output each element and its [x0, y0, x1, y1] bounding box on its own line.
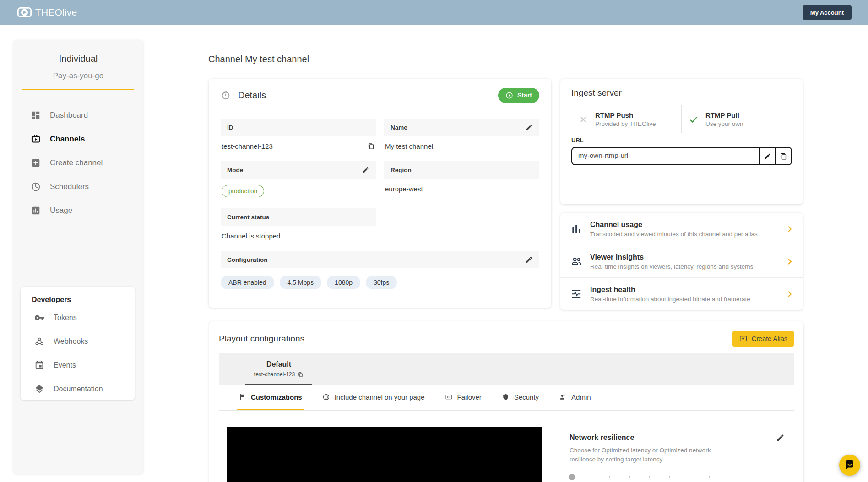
config-tag: 30fps: [366, 276, 397, 289]
playout-config-tab-default[interactable]: Default test-channel-123: [235, 353, 322, 385]
calendar-icon: [34, 360, 44, 370]
sidebar-item-create-channel[interactable]: Create channel: [13, 151, 143, 175]
sidebar-item-dashboard[interactable]: Dashboard: [13, 103, 143, 127]
failover-icon: [445, 393, 453, 401]
pulse-icon: [570, 288, 583, 300]
sidebar-nav: Dashboard Channels Create channel Schedu…: [13, 103, 143, 222]
pencil-icon: [764, 153, 771, 160]
channel-usage-link[interactable]: Channel usage Transcoded and viewed minu…: [560, 213, 803, 245]
dashboard-icon: [31, 110, 41, 120]
playout-configurations-card: Playout configurations Create Alias Defa…: [209, 321, 803, 482]
plan-divider: [22, 89, 134, 90]
tab-include-channel[interactable]: Include channel on your page: [321, 385, 426, 410]
field-name: Name My test channel: [384, 119, 539, 150]
playout-config-strip: Default test-channel-123: [219, 353, 794, 385]
page-title: Channel My test channel: [208, 54, 309, 65]
developers-card: Developers Tokens Webhooks Events Docume…: [21, 287, 135, 400]
video-player[interactable]: [227, 427, 542, 482]
plan-type: Pay-as-you-go: [13, 71, 143, 81]
channel-id-value: test-channel-123: [222, 142, 273, 150]
add-box-icon: [31, 158, 41, 168]
chevron-right-icon: [785, 225, 794, 233]
copy-id-button[interactable]: [367, 142, 375, 150]
viewer-insights-link[interactable]: Viewer insights Real-time insights on vi…: [560, 245, 803, 277]
edit-name-button[interactable]: [525, 124, 533, 131]
config-tag: ABR enabled: [221, 276, 274, 289]
field-region-spacer: [384, 208, 539, 240]
config-tag: 1080p: [327, 276, 360, 289]
field-configuration: Configuration ABR enabled 4.5 Mbps 1080p…: [221, 251, 539, 289]
copy-url-button[interactable]: [775, 148, 791, 164]
people-icon: [570, 255, 583, 267]
tab-customizations[interactable]: Customizations: [237, 385, 304, 410]
network-resilience-title: Network resilience: [570, 433, 634, 442]
sidebar-item-schedulers[interactable]: Schedulers: [13, 175, 143, 199]
pencil-icon: [362, 166, 369, 174]
network-resilience-description: Choose for Optimized latency or Optimize…: [570, 446, 721, 465]
field-mode: Mode production: [221, 161, 376, 197]
flag-icon: [239, 393, 246, 401]
edit-network-resilience-button[interactable]: [776, 433, 785, 442]
pencil-icon: [525, 256, 533, 264]
my-account-button[interactable]: My Account: [803, 5, 852, 20]
chevron-right-icon: [785, 257, 794, 266]
ingest-health-link[interactable]: Ingest health Real-time information abou…: [560, 277, 803, 310]
usage-chart-icon: [31, 206, 41, 216]
rtmp-url-field[interactable]: my-own-rtmp-url: [571, 147, 792, 165]
globe-icon: [322, 393, 330, 401]
ingest-title: Ingest server: [571, 88, 792, 98]
brand-name: THEOlive: [35, 7, 77, 18]
copy-icon: [780, 153, 787, 160]
admin-person-icon: [559, 393, 567, 401]
check-mark-icon: [682, 114, 705, 125]
pencil-icon: [776, 433, 785, 442]
theolive-logo-icon: [17, 7, 32, 17]
rtmp-url-value[interactable]: my-own-rtmp-url: [572, 148, 759, 164]
ingest-divider: [571, 104, 792, 104]
details-title: Details: [238, 90, 266, 101]
sidebar-item-usage[interactable]: Usage: [13, 199, 143, 222]
ingest-server-card: Ingest server RTMP Push Provided by THEO…: [560, 79, 803, 204]
field-region: Region europe-west: [384, 161, 539, 197]
chat-bubble-icon: [844, 460, 855, 471]
title-divider: [208, 71, 803, 71]
plan-name: Individual: [13, 54, 143, 64]
tab-admin[interactable]: Admin: [558, 385, 592, 410]
playout-tabs: Customizations Include channel on your p…: [219, 385, 794, 411]
create-alias-button[interactable]: Create Alias: [732, 331, 794, 347]
clock-icon: [31, 182, 41, 192]
rtmp-push-option[interactable]: RTMP Push Provided by THEOlive: [571, 105, 682, 133]
insight-links-card: Channel usage Transcoded and viewed minu…: [560, 213, 803, 310]
bar-chart-icon: [570, 223, 583, 235]
webhook-icon: [34, 336, 44, 347]
copy-icon: [367, 142, 375, 150]
sidebar-item-documentation[interactable]: Documentation: [21, 377, 135, 401]
topbar: THEOlive My Account: [0, 0, 868, 25]
tab-failover[interactable]: Failover: [444, 385, 483, 410]
add-to-queue-icon: [739, 335, 748, 343]
sidebar-item-webhooks[interactable]: Webhooks: [21, 330, 135, 353]
field-current-status: Current status Channel is stopped: [221, 208, 376, 240]
url-label: URL: [571, 137, 792, 144]
tab-security[interactable]: Security: [500, 385, 540, 410]
play-circle-icon: [505, 92, 513, 99]
sidebar-item-tokens[interactable]: Tokens: [21, 306, 135, 330]
copy-icon[interactable]: [298, 372, 304, 378]
layers-icon: [34, 384, 44, 394]
rtmp-pull-option[interactable]: RTMP Pull Use your own: [682, 105, 792, 133]
slider-handle[interactable]: [569, 474, 575, 480]
channel-name-value: My test channel: [385, 142, 433, 150]
details-card: Details Start ID test-channel-123 Name: [209, 79, 551, 308]
timer-icon: [221, 90, 231, 100]
network-resilience-panel: Network resilience Choose for Optimized …: [570, 433, 785, 482]
developers-title: Developers: [21, 287, 135, 306]
edit-mode-button[interactable]: [362, 166, 369, 174]
edit-url-button[interactable]: [759, 148, 775, 164]
chat-launcher-button[interactable]: [839, 455, 860, 476]
sidebar-item-events[interactable]: Events: [21, 353, 135, 377]
mode-badge: production: [222, 185, 264, 197]
edit-configuration-button[interactable]: [525, 256, 533, 264]
brand-logo[interactable]: THEOlive: [17, 7, 77, 18]
start-channel-button[interactable]: Start: [498, 88, 539, 103]
sidebar-item-channels[interactable]: Channels: [13, 127, 143, 151]
